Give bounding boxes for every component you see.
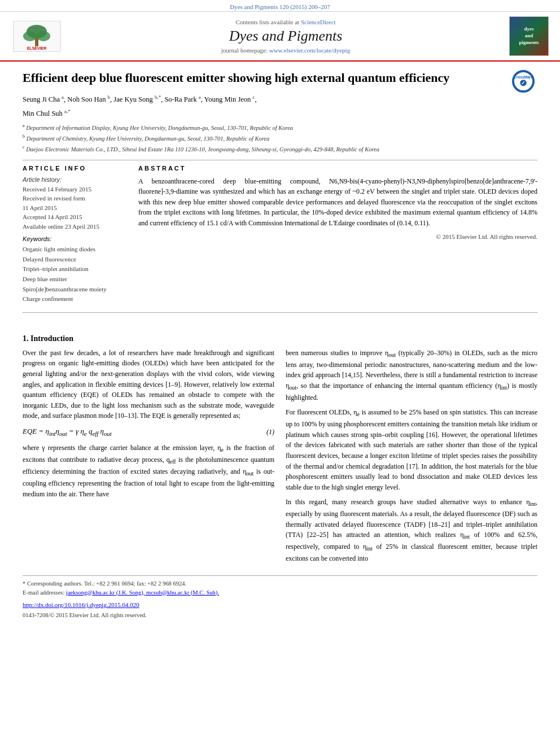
affiliation-c: c Daejoo Electronic Materials Co., LTD.,… [23,144,537,154]
journal-homepage-line: journal homepage: www.elsevier.com/locat… [68,47,504,54]
journal-ref: Dyes and Pigments 120 (2015) 200–207 [230,3,330,10]
keywords-list: Organic light emitting diodesDelayed flu… [23,244,127,304]
sciencedirect-line: Contents lists available at ScienceDirec… [68,19,504,25]
date-group: Received 14 February 2015 Received in re… [23,185,127,231]
keywords-section: Keywords: Organic light emitting diodesD… [23,235,127,304]
keyword-item: Delayed fluorescence [23,255,127,265]
equation-number: (1) [266,427,274,438]
sciencedirect-link[interactable]: ScienceDirect [301,19,336,25]
elsevier-logo: ELSEVIER [11,21,62,52]
divider-1 [23,160,537,160]
article-history: Article history: Received 14 February 20… [23,176,127,231]
svg-text:ELSEVIER: ELSEVIER [27,46,47,50]
revised-date: 11 April 2015 [23,203,127,213]
keyword-item: Deep blue emitter [23,274,127,285]
authors-line-2: Min Chul Suh a,* [23,107,537,119]
abstract-body: A benzoanthracene-cored deep blue-emitti… [138,176,537,229]
authors-line: Seung Ji Cha a, Noh Soo Han b, Jae Kyu S… [23,93,537,105]
article-container: Efficient deep blue fluorescent emitter … [0,62,560,329]
intro-para-3: been numerous studies to improve ηout (t… [286,348,537,403]
journal-title: Dyes and Pigments [68,28,504,45]
email-label: E-mail addresses: [23,589,64,596]
history-label: Article history: [23,176,127,183]
svg-text:✓: ✓ [521,80,526,86]
article-info-col: ARTICLE INFO Article history: Received 1… [23,165,127,304]
email-note: E-mail addresses: jaeksong@khu.ac.kr (J.… [23,588,537,597]
article-title-block: Efficient deep blue fluorescent emitter … [23,70,537,86]
intro-para-5: In this regard, many research groups hav… [286,497,537,563]
online-date: Available online 23 April 2015 [23,222,127,231]
received-date: Received 14 February 2015 [23,185,127,194]
equation-text: EQE = ηintηout = γ ηe qeff ηout [23,426,112,438]
body-col-left: Over the past few decades, a lot of rese… [23,348,274,569]
email-links[interactable]: jaeksong@khu.ac.kr (J.K. Song), mcsuh@kh… [66,589,219,596]
intro-para-1: Over the past few decades, a lot of rese… [23,348,274,421]
abstract-header: ABSTRACT [138,165,537,172]
copyright-line: © 2015 Elsevier Ltd. All rights reserved… [138,232,537,242]
article-info-header: ARTICLE INFO [23,165,127,172]
intro-para-2: where γ represents the charge carrier ba… [23,443,274,499]
svg-point-2 [23,31,37,41]
keyword-item: Charge confinement [23,294,127,304]
revised-label: Received in revised form [23,194,127,203]
journal-homepage-link[interactable]: www.elsevier.com/locate/dyepig [269,47,350,54]
abstract-col: ABSTRACT A benzoanthracene-cored deep bl… [138,165,537,304]
corresponding-note: * Corresponding authors. Tel.: +82 2 961… [23,579,537,588]
affiliations: a Department of Information Display, Kyu… [23,123,537,154]
intro-section-title: 1. Introduction [23,334,537,343]
article-title-text: Efficient deep blue fluorescent emitter … [23,71,449,85]
svg-point-3 [37,31,50,41]
abstract-text: A benzoanthracene-cored deep blue-emitti… [138,176,537,242]
body-two-col: Over the past few decades, a lot of rese… [23,348,537,569]
info-abstract-layout: ARTICLE INFO Article history: Received 1… [23,165,537,304]
equation-line: EQE = ηintηout = γ ηe qeff ηout (1) [23,426,274,438]
footnote-area: * Corresponding authors. Tel.: +82 2 961… [23,575,537,620]
svg-text:CrossMark: CrossMark [514,75,533,79]
accepted-date: Accepted 14 April 2015 [23,212,127,222]
body-text-area: 1. Introduction Over the past few decade… [0,329,560,631]
keyword-item: Triplet–triplet annihilation [23,264,127,274]
divider-2 [23,312,537,313]
elsevier-logo-image: ELSEVIER [13,21,61,52]
journal-center-header: Contents lists available at ScienceDirec… [68,19,504,54]
affiliation-a: a Department of Information Display, Kyu… [23,123,537,132]
journal-thumbnail: dyes and pigments [509,16,549,56]
keyword-item: Organic light emitting diodes [23,244,127,255]
keywords-label: Keywords: [23,235,127,242]
svg-point-5 [35,40,38,43]
journal-header: ELSEVIER Contents lists available at Sci… [0,12,560,62]
doi-link[interactable]: http://dx.doi.org/10.1016/j.dyepig.2015.… [23,601,139,608]
crossmark-badge: CrossMark ✓ [512,70,537,95]
keyword-item: Spiro[de]benzoanthracene moiety [23,285,127,295]
issn-line: 0143-7208/© 2015 Elsevier Ltd. All right… [23,611,537,620]
intro-para-4: For fluorescent OLEDs, ηe is assumed to … [286,407,537,492]
affiliation-b: b Department of Chemistry, Kyung Hee Uni… [23,133,537,143]
top-bar: Dyes and Pigments 120 (2015) 200–207 [0,0,560,12]
crossmark-icon: CrossMark ✓ [512,70,535,93]
doi-line: http://dx.doi.org/10.1016/j.dyepig.2015.… [23,600,537,610]
body-col-right: been numerous studies to improve ηout (t… [286,348,537,569]
